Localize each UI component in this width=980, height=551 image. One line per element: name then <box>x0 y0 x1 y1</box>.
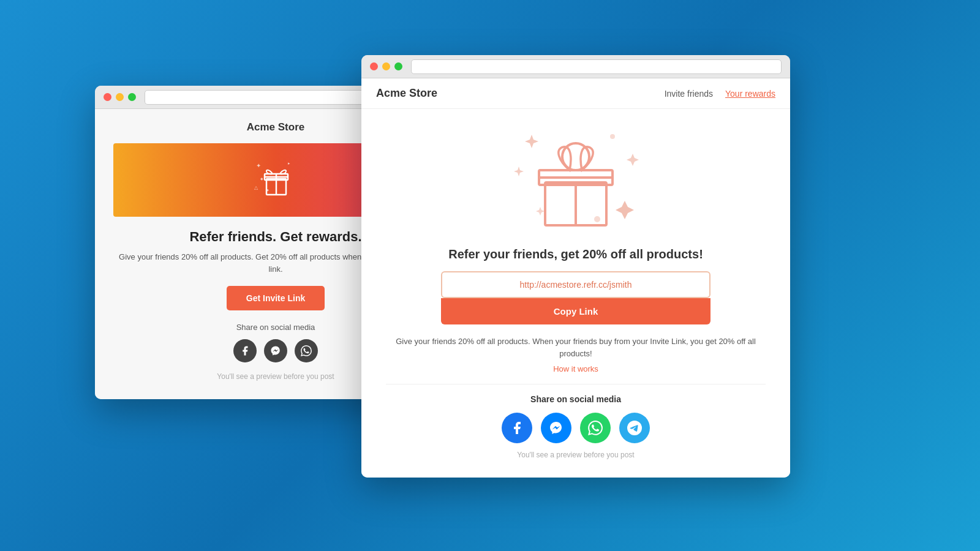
front-minimize-button[interactable] <box>382 62 390 70</box>
svg-text:✦: ✦ <box>256 162 261 169</box>
widget-title: Refer your friends, get 20% off all prod… <box>386 247 766 261</box>
back-traffic-lights <box>104 93 136 101</box>
email-gift-icon: ✦ ▸ ◆ △ ◆ <box>251 156 300 204</box>
messenger-share-button[interactable] <box>541 413 571 443</box>
svg-point-9 <box>610 134 615 139</box>
email-invite-button[interactable]: Get Invite Link <box>227 286 325 310</box>
front-browser-window: Acme Store Invite friends Your rewards <box>361 55 790 478</box>
svg-text:▸: ▸ <box>288 161 290 165</box>
front-content: Acme Store Invite friends Your rewards <box>361 78 790 478</box>
telegram-share-button[interactable] <box>619 413 650 443</box>
widget-description: Give your friends 20% off all products. … <box>386 335 766 359</box>
social-icons-row <box>386 413 766 443</box>
email-facebook-icon[interactable] <box>233 339 257 362</box>
back-minimize-button[interactable] <box>116 93 124 101</box>
referral-link-display: http://acmestore.refr.cc/jsmith <box>441 271 710 298</box>
whatsapp-share-button[interactable] <box>580 413 611 443</box>
widget-header: Acme Store Invite friends Your rewards <box>361 78 790 109</box>
widget-nav: Invite friends Your rewards <box>665 89 775 99</box>
widget-body: Refer your friends, get 20% off all prod… <box>361 109 790 478</box>
svg-text:◆: ◆ <box>260 177 263 181</box>
front-maximize-button[interactable] <box>394 62 402 70</box>
copy-link-button[interactable]: Copy Link <box>441 298 710 324</box>
svg-point-10 <box>594 216 600 222</box>
email-whatsapp-icon[interactable] <box>295 339 318 362</box>
referral-link-section: http://acmestore.refr.cc/jsmith Copy Lin… <box>441 271 710 324</box>
back-close-button[interactable] <box>104 93 111 101</box>
front-traffic-lights <box>370 62 402 70</box>
how-it-works-link[interactable]: How it works <box>553 364 598 373</box>
facebook-share-button[interactable] <box>502 413 532 443</box>
widget-preview-note: You'll see a preview before you post <box>386 451 766 459</box>
widget-brand: Acme Store <box>376 87 437 100</box>
nav-invite-friends[interactable]: Invite friends <box>665 89 713 99</box>
gift-illustration <box>502 121 649 238</box>
back-maximize-button[interactable] <box>128 93 136 101</box>
svg-text:△: △ <box>254 185 258 190</box>
front-titlebar <box>361 55 790 78</box>
share-on-social-label: Share on social media <box>386 394 766 404</box>
section-divider <box>386 384 766 384</box>
front-url-bar[interactable] <box>411 59 782 74</box>
front-close-button[interactable] <box>370 62 378 70</box>
nav-your-rewards[interactable]: Your rewards <box>725 89 775 99</box>
email-messenger-icon[interactable] <box>264 339 287 362</box>
